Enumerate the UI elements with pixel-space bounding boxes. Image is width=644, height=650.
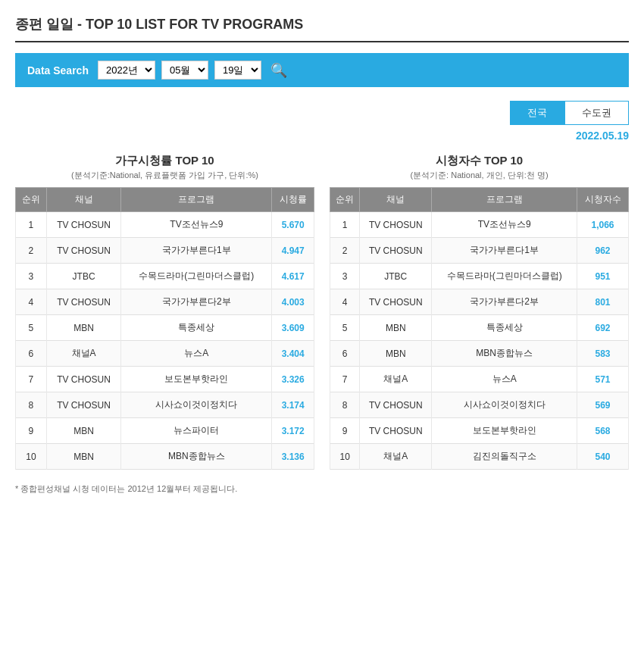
cell-value: 3.404 [272,341,314,367]
cell-program: 보도본부핫라인 [121,367,272,392]
cell-value: 3.172 [272,418,314,444]
cell-rank: 2 [16,238,47,264]
cell-rank: 9 [16,418,47,444]
right-table-subtitle: (분석기준: National, 개인, 단위:천 명) [330,170,629,181]
cell-value: 5.670 [272,212,314,238]
cell-rank: 3 [16,264,47,289]
right-col-value: 시청자수 [577,188,629,212]
cell-channel: TV CHOSUN [360,212,432,238]
left-table: 순위 채널 프로그램 시청률 1 TV CHOSUN TV조선뉴스9 5.670… [15,187,314,470]
cell-rank: 1 [330,212,360,238]
table-row: 4 TV CHOSUN 국가가부른다2부 801 [330,289,629,315]
cell-program: 뉴스파이터 [121,418,272,444]
page-title: 종편 일일 - TOP 10 LIST FOR TV PROGRAMS [15,15,629,42]
left-col-rank: 순위 [16,188,47,212]
right-col-rank: 순위 [330,188,360,212]
cell-rank: 5 [330,315,360,341]
left-table-title: 가구시청률 TOP 10 [15,154,314,168]
cell-value: 4.947 [272,238,314,264]
cell-rank: 7 [330,367,360,392]
cell-value: 3.609 [272,315,314,341]
cell-channel: MBN [46,444,121,470]
cell-program: 수목드라마(그린마더스클럽) [432,264,577,289]
cell-channel: TV CHOSUN [360,392,432,418]
search-bar: Data Search 2022년 05월 19일 🔍 [15,53,629,87]
cell-channel: TV CHOSUN [46,392,121,418]
cell-channel: MBN [46,315,121,341]
table-row: 2 TV CHOSUN 국가가부른다1부 4.947 [16,238,314,264]
left-table-section: 가구시청률 TOP 10 (분석기준:National, 유료플랫폼 가입 가구… [15,154,314,470]
cell-rank: 3 [330,264,360,289]
cell-program: 시사쇼이것이정치다 [121,392,272,418]
region-tabs: 전국 수도권 [15,101,629,125]
cell-rank: 5 [16,315,47,341]
table-row: 9 TV CHOSUN 보도본부핫라인 568 [330,418,629,444]
right-col-program: 프로그램 [432,188,577,212]
cell-value: 801 [577,289,629,315]
cell-value: 571 [577,367,629,392]
left-table-subtitle: (분석기준:National, 유료플랫폼 가입 가구, 단위:%) [15,170,314,181]
table-row: 7 TV CHOSUN 보도본부핫라인 3.326 [16,367,314,392]
cell-value: 1,066 [577,212,629,238]
year-select[interactable]: 2022년 [98,61,155,80]
cell-value: 951 [577,264,629,289]
cell-channel: JTBC [360,264,432,289]
cell-value: 4.003 [272,289,314,315]
cell-channel: TV CHOSUN [360,418,432,444]
table-row: 10 MBN MBN종합뉴스 3.136 [16,444,314,470]
cell-channel: MBN [360,315,432,341]
cell-program: 보도본부핫라인 [432,418,577,444]
cell-program: 국가가부른다1부 [432,238,577,264]
cell-value: 569 [577,392,629,418]
cell-value: 3.174 [272,392,314,418]
cell-channel: MBN [46,418,121,444]
cell-rank: 6 [16,341,47,367]
cell-program: MBN종합뉴스 [432,341,577,367]
table-row: 5 MBN 특종세상 3.609 [16,315,314,341]
month-select[interactable]: 05월 [161,61,208,80]
date-display: 2022.05.19 [15,130,629,142]
cell-channel: TV CHOSUN [360,238,432,264]
cell-rank: 2 [330,238,360,264]
left-col-value: 시청률 [272,188,314,212]
table-row: 5 MBN 특종세상 692 [330,315,629,341]
right-col-channel: 채널 [360,188,432,212]
table-row: 8 TV CHOSUN 시사쇼이것이정치다 569 [330,392,629,418]
cell-rank: 7 [16,367,47,392]
cell-value: 540 [577,444,629,470]
cell-program: 국가가부른다2부 [121,289,272,315]
cell-program: TV조선뉴스9 [121,212,272,238]
cell-channel: TV CHOSUN [360,289,432,315]
table-row: 10 채널A 김진의돌직구소 540 [330,444,629,470]
cell-channel: 채널A [46,341,121,367]
cell-channel: 채널A [360,444,432,470]
cell-rank: 6 [330,341,360,367]
cell-value: 568 [577,418,629,444]
cell-program: MBN종합뉴스 [121,444,272,470]
tab-sudokwon[interactable]: 수도권 [564,101,629,125]
table-row: 9 MBN 뉴스파이터 3.172 [16,418,314,444]
cell-value: 583 [577,341,629,367]
cell-rank: 4 [330,289,360,315]
cell-channel: JTBC [46,264,121,289]
cell-program: 뉴스A [432,367,577,392]
cell-rank: 10 [16,444,47,470]
tab-jeonkuk[interactable]: 전국 [510,101,564,125]
cell-rank: 8 [16,392,47,418]
cell-rank: 4 [16,289,47,315]
cell-program: 김진의돌직구소 [432,444,577,470]
left-col-channel: 채널 [46,188,121,212]
table-row: 8 TV CHOSUN 시사쇼이것이정치다 3.174 [16,392,314,418]
day-select[interactable]: 19일 [214,61,261,80]
table-row: 4 TV CHOSUN 국가가부른다2부 4.003 [16,289,314,315]
search-button[interactable]: 🔍 [270,62,287,79]
table-row: 6 채널A 뉴스A 3.404 [16,341,314,367]
search-label: Data Search [27,64,89,77]
cell-channel: 채널A [360,367,432,392]
cell-channel: TV CHOSUN [46,289,121,315]
cell-value: 4.617 [272,264,314,289]
table-row: 7 채널A 뉴스A 571 [330,367,629,392]
cell-program: 수목드라마(그린마더스클럽) [121,264,272,289]
tables-row: 가구시청률 TOP 10 (분석기준:National, 유료플랫폼 가입 가구… [15,154,629,470]
cell-value: 962 [577,238,629,264]
